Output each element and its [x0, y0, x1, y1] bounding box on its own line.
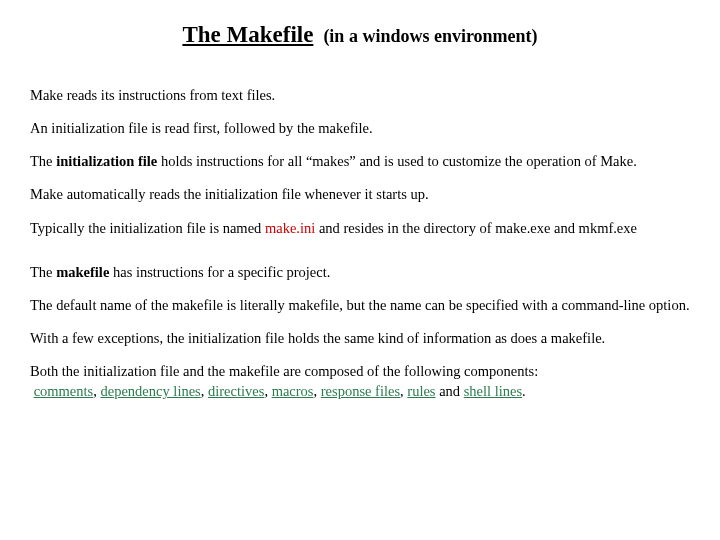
- p3-a: The: [30, 153, 56, 169]
- para-4: Make automatically reads the initializat…: [30, 185, 690, 203]
- sep-period: .: [522, 383, 526, 399]
- p6-a: The: [30, 264, 56, 280]
- p5-c: and resides in the directory of make.exe…: [315, 220, 637, 236]
- link-macros[interactable]: macros: [272, 383, 314, 399]
- para-3: The initialization file holds instructio…: [30, 152, 690, 170]
- p6-bold: makefile: [56, 264, 109, 280]
- link-comments[interactable]: comments: [34, 383, 94, 399]
- link-directives[interactable]: directives: [208, 383, 264, 399]
- slide-content: The Makefile (in a windows environment) …: [0, 0, 720, 400]
- p6-c: has instructions for a specific project.: [109, 264, 330, 280]
- p3-c: holds instructions for all “makes” and i…: [157, 153, 637, 169]
- para-9: Both the initialization file and the mak…: [30, 362, 690, 380]
- link-dependency[interactable]: dependency lines: [100, 383, 200, 399]
- title-line: The Makefile (in a windows environment): [30, 22, 690, 48]
- para-6: The makefile has instructions for a spec…: [30, 263, 690, 281]
- para-8: With a few exceptions, the initializatio…: [30, 329, 690, 347]
- link-response[interactable]: response files: [321, 383, 400, 399]
- sep-and: and: [436, 383, 464, 399]
- sep: ,: [264, 383, 271, 399]
- p3-bold: initialization file: [56, 153, 157, 169]
- para-2: An initialization file is read first, fo…: [30, 119, 690, 137]
- para-1: Make reads its instructions from text fi…: [30, 86, 690, 104]
- title-sub: (in a windows environment): [323, 26, 537, 46]
- para-5: Typically the initialization file is nam…: [30, 219, 690, 237]
- p5-red: make.ini: [265, 220, 315, 236]
- link-rules[interactable]: rules: [407, 383, 435, 399]
- sep: ,: [201, 383, 208, 399]
- para-7: The default name of the makefile is lite…: [30, 296, 690, 314]
- title-main: The Makefile: [182, 22, 313, 47]
- link-shell[interactable]: shell lines: [464, 383, 522, 399]
- p5-a: Typically the initialization file is nam…: [30, 220, 265, 236]
- sep: ,: [314, 383, 321, 399]
- links-line: comments, dependency lines, directives, …: [30, 382, 690, 400]
